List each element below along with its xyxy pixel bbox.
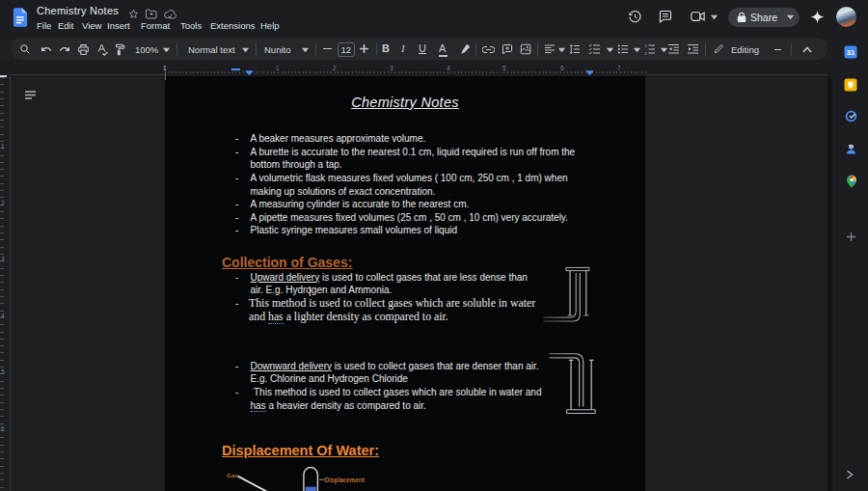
svg-text:Gas: Gas [227,473,238,478]
svg-text:Displacement: Displacement [325,477,366,484]
svg-text:31: 31 [847,48,854,57]
